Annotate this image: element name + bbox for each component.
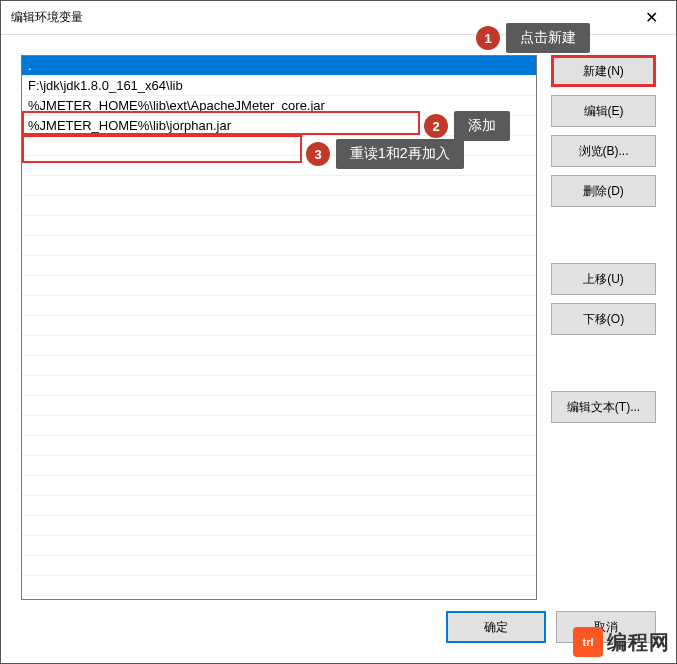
annotation-3: 3 重读1和2再加入 — [306, 139, 464, 169]
close-icon[interactable]: ✕ — [635, 6, 668, 29]
note-1: 点击新建 — [506, 23, 590, 53]
dialog-window: 编辑环境变量 ✕ . F:\jdk\jdk1.8.0_161_x64\lib %… — [0, 0, 677, 664]
empty-row — [22, 176, 536, 196]
delete-button[interactable]: 删除(D) — [551, 175, 656, 207]
empty-row — [22, 196, 536, 216]
edit-button[interactable]: 编辑(E) — [551, 95, 656, 127]
annotation-1: 1 点击新建 — [476, 23, 590, 53]
empty-row — [22, 516, 536, 536]
empty-row — [22, 476, 536, 496]
spacer — [551, 215, 656, 255]
new-button[interactable]: 新建(N) — [551, 55, 656, 87]
empty-row — [22, 496, 536, 516]
list-item[interactable]: . — [22, 56, 536, 76]
annotation-2: 2 添加 — [424, 111, 510, 141]
spacer — [551, 343, 656, 383]
note-2: 添加 — [454, 111, 510, 141]
empty-row — [22, 416, 536, 436]
main-area: . F:\jdk\jdk1.8.0_161_x64\lib %JMETER_HO… — [21, 55, 656, 600]
empty-row — [22, 276, 536, 296]
browse-button[interactable]: 浏览(B)... — [551, 135, 656, 167]
badge-2: 2 — [424, 114, 448, 138]
content-area: . F:\jdk\jdk1.8.0_161_x64\lib %JMETER_HO… — [1, 35, 676, 663]
empty-row — [22, 356, 536, 376]
note-3: 重读1和2再加入 — [336, 139, 464, 169]
watermark-logo: trl 编程网 — [573, 627, 670, 657]
badge-1: 1 — [476, 26, 500, 50]
dialog-title: 编辑环境变量 — [11, 9, 83, 26]
empty-row — [22, 296, 536, 316]
empty-row — [22, 316, 536, 336]
empty-row — [22, 376, 536, 396]
empty-row — [22, 576, 536, 596]
empty-row — [22, 556, 536, 576]
ok-button[interactable]: 确定 — [446, 611, 546, 643]
empty-row — [22, 236, 536, 256]
empty-row — [22, 336, 536, 356]
side-buttons: 新建(N) 编辑(E) 浏览(B)... 删除(D) 上移(U) 下移(O) 编… — [551, 55, 656, 600]
empty-row — [22, 536, 536, 556]
empty-row — [22, 256, 536, 276]
empty-row — [22, 456, 536, 476]
empty-row — [22, 436, 536, 456]
badge-3: 3 — [306, 142, 330, 166]
empty-row — [22, 216, 536, 236]
empty-row — [22, 396, 536, 416]
logo-text: 编程网 — [607, 629, 670, 656]
edittext-button[interactable]: 编辑文本(T)... — [551, 391, 656, 423]
moveup-button[interactable]: 上移(U) — [551, 263, 656, 295]
logo-icon: trl — [573, 627, 603, 657]
list-item[interactable]: F:\jdk\jdk1.8.0_161_x64\lib — [22, 76, 536, 96]
movedown-button[interactable]: 下移(O) — [551, 303, 656, 335]
